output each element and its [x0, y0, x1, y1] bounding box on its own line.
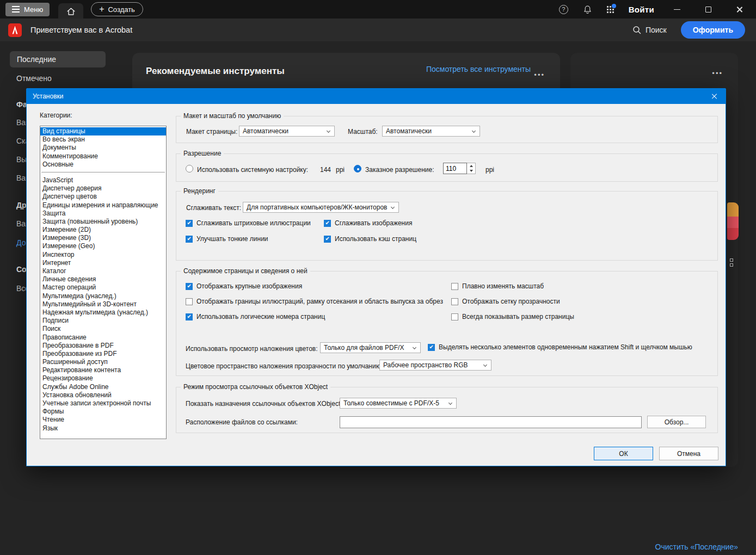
category-option[interactable]: Основные [40, 161, 166, 169]
category-option[interactable]: Преобразование в PDF [40, 342, 166, 350]
category-option[interactable]: Измерение (2D) [40, 226, 166, 234]
browse-button[interactable]: Обзор... [647, 416, 706, 428]
menu-button[interactable]: Меню [5, 3, 50, 16]
checkbox-row[interactable]: Отображать границы иллюстраций, рамку от… [186, 298, 443, 305]
shift-multiselect-checkbox-row[interactable]: Выделять несколько элементов одновременн… [428, 343, 692, 351]
window-close-button[interactable] [731, 6, 747, 13]
category-option[interactable]: Мультимедиа (унаслед.) [40, 292, 166, 300]
checkbox[interactable] [186, 283, 193, 290]
category-option[interactable]: Инспектор [40, 251, 166, 259]
upgrade-button[interactable]: Оформить [681, 21, 745, 39]
checkbox[interactable] [186, 298, 193, 305]
tools-card-menu-icon[interactable]: ••• [534, 71, 545, 79]
page-layout-label: Макет страницы: [186, 128, 237, 135]
sidebar-item-fragment[interactable]: Со [16, 265, 27, 274]
category-option[interactable]: Измерение (Geo) [40, 242, 166, 250]
create-button[interactable]: Создать [91, 2, 143, 16]
checkbox-row[interactable]: Отображать сетку прозрачности [451, 298, 574, 305]
category-option[interactable]: Измерение (3D) [40, 234, 166, 242]
custom-resolution-label: Заказное разрешение: [365, 166, 434, 174]
category-option[interactable]: Диспетчер доверия [40, 184, 166, 193]
checkbox-row[interactable]: Сглаживать штриховые иллюстрации [186, 219, 324, 227]
window-minimize-button[interactable] [669, 9, 685, 10]
checkbox[interactable] [451, 283, 458, 290]
checkbox-row[interactable]: Отображать крупные изображения [186, 282, 443, 290]
category-option[interactable]: Мультимедийный и 3D-контент [40, 300, 166, 309]
system-resolution-radio[interactable] [186, 165, 193, 172]
category-option[interactable]: Чтение [40, 416, 166, 424]
category-option[interactable]: Мастер операций [40, 283, 166, 292]
category-option[interactable]: Правописание [40, 334, 166, 342]
category-option[interactable]: Службы Adobe Online [40, 383, 166, 391]
reference-location-input[interactable] [340, 416, 642, 428]
category-option[interactable]: Поиск [40, 325, 166, 333]
category-option[interactable]: Комментирование [40, 152, 166, 161]
category-option[interactable]: Документы [40, 144, 166, 152]
stepper-down-button[interactable] [467, 169, 475, 174]
checkbox[interactable] [324, 220, 331, 227]
preferences-dialog: Установки Категории: Вид страницыВо весь… [26, 88, 726, 466]
home-tab[interactable] [58, 3, 83, 20]
category-option[interactable]: Единицы измерения и направляющие [40, 201, 166, 209]
category-option[interactable]: Надежная мультимедиа (унаслед.) [40, 309, 166, 317]
category-option[interactable]: Защита [40, 209, 166, 218]
checkbox[interactable] [451, 313, 458, 320]
category-option[interactable]: Диспетчер цветов [40, 193, 166, 201]
smooth-text-select[interactable]: Для портативных компьютеров/ЖК-мониторов [243, 202, 399, 213]
help-icon[interactable] [559, 5, 568, 14]
stepper-up-button[interactable] [467, 163, 475, 169]
zoom-select[interactable]: Автоматически [382, 126, 480, 137]
category-option[interactable]: Вид страницы [40, 127, 166, 135]
ok-button[interactable]: ОК [594, 447, 653, 460]
checkbox[interactable] [451, 298, 458, 305]
category-option[interactable]: JavaScript [40, 176, 166, 184]
blend-space-select[interactable]: Рабочее пространство RGB [379, 360, 491, 371]
xobject-show-select[interactable]: Только совместимые с PDF/X-5 [340, 398, 457, 409]
category-option[interactable]: Личные сведения [40, 275, 166, 283]
right-card-menu-icon[interactable]: ••• [712, 69, 723, 77]
checkbox[interactable] [186, 313, 193, 320]
category-option[interactable]: Установка обновлений [40, 391, 166, 399]
category-option[interactable]: Во весь экран [40, 135, 166, 144]
custom-resolution-radio[interactable] [354, 165, 361, 172]
dialog-close-icon[interactable] [711, 93, 717, 100]
checkbox-row[interactable]: Использовать кэш страниц [324, 235, 416, 243]
sidebar-item-fragment[interactable]: Вы [16, 155, 27, 164]
category-option[interactable]: Преобразование из PDF [40, 350, 166, 358]
app-header: Приветствуем вас в Acrobat Поиск Оформит… [0, 18, 756, 41]
checkbox-row[interactable]: Плавно изменять масштаб [451, 282, 574, 290]
sign-in-link[interactable]: Войти [629, 5, 654, 14]
checkbox-row[interactable]: Всегда показывать размер страницы [451, 313, 574, 320]
apps-grid-icon[interactable] [607, 6, 614, 13]
checkbox[interactable] [186, 220, 193, 227]
category-option[interactable]: Редактирование контента [40, 366, 166, 374]
checkbox[interactable] [324, 236, 331, 243]
category-option[interactable]: Язык [40, 424, 166, 433]
category-option[interactable]: Защита (повышенный уровень) [40, 218, 166, 226]
checkbox-row[interactable]: Сглаживать изображения [324, 219, 416, 227]
clear-recent-link[interactable]: Очистить «Последние» [655, 542, 738, 551]
category-option[interactable]: Расширенный доступ [40, 358, 166, 366]
checkbox[interactable] [186, 236, 193, 243]
checkbox-label: Улучшать тонкие линии [196, 235, 268, 243]
page-layout-select[interactable]: Автоматически [239, 126, 335, 137]
checkbox[interactable] [428, 344, 435, 351]
overprint-preview-select[interactable]: Только для файлов PDF/X [320, 342, 421, 353]
search-button[interactable]: Поиск [632, 26, 667, 34]
see-all-tools-link[interactable]: Посмотреть все инструменты [426, 65, 531, 73]
cancel-button[interactable]: Отмена [659, 447, 718, 460]
category-option[interactable]: Подписи [40, 317, 166, 325]
category-option[interactable]: Рецензирование [40, 374, 166, 383]
category-option[interactable]: Учетные записи электронной почты [40, 399, 166, 408]
categories-listbox[interactable]: Вид страницыВо весь экранДокументыКоммен… [40, 126, 167, 439]
custom-resolution-input[interactable] [443, 163, 467, 174]
category-option[interactable]: Интернет [40, 259, 166, 267]
window-maximize-button[interactable] [700, 7, 716, 13]
checkbox-row[interactable]: Улучшать тонкие линии [186, 235, 324, 243]
checkbox-row[interactable]: Использовать логические номера страниц [186, 313, 443, 320]
notifications-bell-icon[interactable] [583, 5, 592, 14]
xobject-show-value: Только совместимые с PDF/X-5 [343, 399, 439, 407]
category-option[interactable]: Каталог [40, 267, 166, 275]
category-option[interactable]: Формы [40, 408, 166, 416]
sidebar-item-fragment[interactable]: Фа [16, 100, 27, 109]
